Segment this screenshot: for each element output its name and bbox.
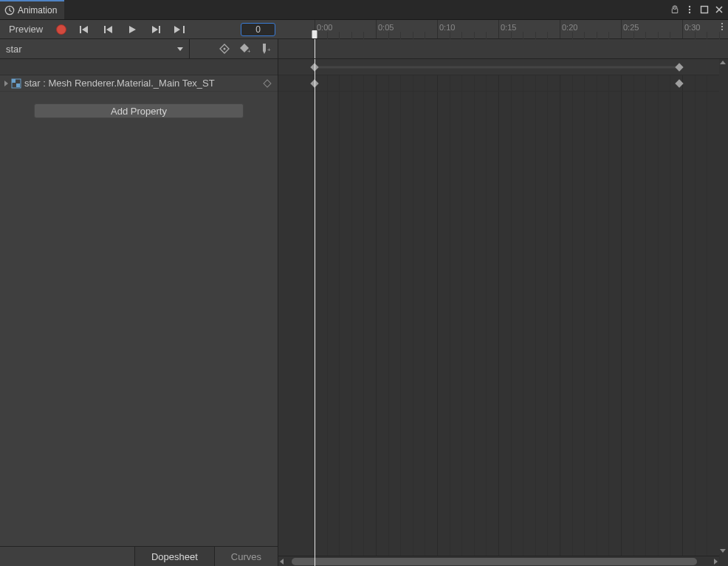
next-keyframe-button[interactable] [145,22,167,37]
tab-bar: Animation [0,0,728,20]
event-track[interactable] [278,39,728,58]
svg-rect-8 [104,26,106,33]
svg-rect-25 [16,83,20,87]
svg-marker-11 [152,26,158,33]
svg-rect-12 [159,26,160,33]
svg-rect-4 [701,7,708,13]
scroll-thumb[interactable] [292,558,697,565]
scroll-left-icon[interactable] [280,559,284,565]
svg-point-1 [689,6,690,7]
horizontal-scrollbar[interactable] [278,556,719,566]
ruler-label: 0:05 [378,23,394,32]
first-frame-button[interactable] [74,22,96,37]
add-event-button[interactable]: + [258,41,273,56]
svg-marker-9 [106,26,112,33]
clip-dropdown[interactable]: star [0,39,190,58]
svg-rect-5 [80,26,81,33]
preview-button[interactable]: Preview [3,22,49,37]
scroll-down-icon[interactable] [720,549,726,553]
lock-icon[interactable] [668,3,681,16]
ruler-label: 0:00 [317,23,332,32]
expand-arrow-icon[interactable] [4,81,8,86]
record-button[interactable] [50,22,72,37]
ruler-label: 0:20 [562,23,577,32]
svg-rect-24 [12,79,16,83]
svg-text:+: + [267,47,271,53]
prev-keyframe-button[interactable] [97,22,120,37]
dopesheet-summary-row[interactable] [278,59,728,75]
record-icon [56,24,66,35]
svg-point-17 [224,48,226,50]
last-frame-button[interactable] [168,22,190,37]
ruler-label: 0:10 [439,23,455,32]
toolbar: Preview 0:000:050:100:150:200:250:30 [0,20,728,39]
dopesheet-tab[interactable]: Dopesheet [134,547,214,566]
svg-point-2 [689,9,690,10]
svg-point-3 [689,12,690,13]
clip-name: star [6,44,22,55]
scroll-right-icon[interactable] [714,559,718,565]
context-menu-icon[interactable] [683,3,696,16]
summary-row-spacer [0,59,278,75]
property-panel: star : Mesh Renderer.Material._Main Tex_… [0,59,278,566]
ruler-label: 0:25 [623,23,639,32]
animation-tab[interactable]: Animation [0,0,64,19]
ruler-label: 0:30 [684,23,700,32]
svg-marker-10 [129,26,136,33]
property-label: star : Mesh Renderer.Material._Main Tex_… [24,78,261,89]
property-row[interactable]: star : Mesh Renderer.Material._Main Tex_… [0,75,278,92]
timeline-options-icon[interactable] [718,23,727,30]
timeline-ruler[interactable]: 0:000:050:100:150:200:250:30 [278,20,728,38]
curves-tab[interactable]: Curves [214,547,278,566]
svg-text:+: + [247,48,250,54]
dopesheet-area[interactable] [278,59,728,566]
clock-icon [4,5,15,16]
clip-row: star + + [0,39,728,59]
current-frame-input[interactable] [241,23,275,36]
close-icon[interactable] [712,3,726,16]
playhead-scrubber[interactable] [312,30,317,38]
ruler-label: 0:15 [501,23,516,32]
add-keyframe-button[interactable]: + [238,41,253,56]
play-button[interactable] [121,22,143,37]
maximize-icon[interactable] [698,3,711,16]
svg-rect-20 [263,44,266,51]
svg-marker-21 [263,51,266,54]
add-property-button[interactable]: Add Property [34,103,244,118]
tab-title: Animation [18,5,57,16]
svg-rect-15 [183,26,185,33]
chevron-down-icon [177,47,183,51]
keyframe-icon[interactable] [675,79,683,87]
keyframe-indicator-icon[interactable] [263,79,271,87]
scroll-up-icon[interactable] [720,61,726,64]
keyframe-icon[interactable] [675,63,683,71]
dopesheet-property-row[interactable] [278,75,728,92]
filter-by-selection-button[interactable] [217,41,232,56]
vertical-scrollbar[interactable] [719,59,728,554]
material-icon [11,78,21,89]
